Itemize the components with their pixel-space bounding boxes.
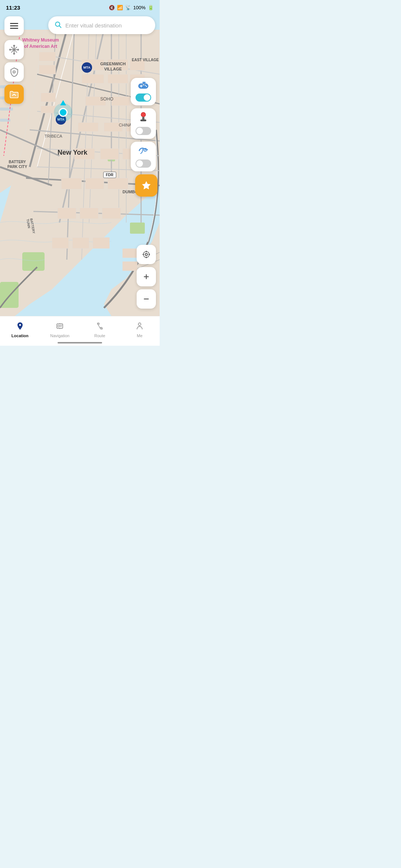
nav-route[interactable]: Route: [80, 322, 120, 341]
search-placeholder: Enter vitual destination: [65, 22, 149, 29]
svg-point-78: [13, 53, 14, 54]
gamepad-icon: [138, 82, 149, 91]
skate-panel[interactable]: [131, 142, 156, 171]
svg-rect-37: [108, 59, 128, 70]
mute-icon: 🔇: [109, 5, 115, 10]
zoom-out-button[interactable]: [137, 289, 156, 309]
joystick-toggle[interactable]: [136, 127, 151, 135]
svg-rect-54: [58, 208, 76, 219]
svg-rect-70: [10, 23, 18, 24]
svg-rect-72: [10, 28, 18, 29]
location-nav-icon: [16, 322, 25, 332]
location-dot: [54, 103, 72, 122]
wifi-icon: 📶: [117, 5, 123, 10]
status-icons: 🔇 📶 📡 100% 🔋: [109, 5, 154, 10]
toggle-knob-1: [144, 94, 150, 101]
svg-point-101: [19, 324, 21, 326]
svg-point-86: [145, 85, 146, 86]
battery-icon: 🔋: [148, 5, 154, 10]
svg-point-82: [14, 72, 14, 72]
zoom-in-icon: [142, 273, 150, 281]
locate-icon: [142, 250, 151, 259]
svg-point-96: [145, 253, 147, 256]
svg-point-79: [10, 49, 11, 50]
svg-rect-43: [111, 96, 130, 106]
svg-rect-60: [123, 249, 137, 258]
me-nav-icon: [135, 322, 144, 332]
svg-point-90: [144, 82, 146, 83]
skate-toggle[interactable]: [136, 160, 151, 168]
locate-button[interactable]: [137, 245, 156, 264]
svg-point-87: [146, 86, 147, 87]
compass-button[interactable]: [4, 62, 24, 82]
svg-rect-57: [52, 237, 69, 249]
location-outer: [54, 103, 72, 122]
toggle-knob-3: [136, 160, 143, 167]
nav-navigation[interactable]: Navigation: [40, 322, 80, 341]
svg-rect-48: [74, 148, 95, 160]
svg-rect-58: [72, 237, 89, 249]
gamepad-panel[interactable]: [131, 78, 156, 105]
mta-badge-1: MTA: [82, 62, 92, 73]
navigation-nav-icon: [55, 322, 64, 332]
svg-rect-39: [108, 74, 128, 83]
navigation-icon: [55, 322, 64, 331]
map-controls: [137, 245, 156, 309]
svg-rect-5: [22, 252, 45, 271]
signal-icon: 📡: [125, 5, 131, 10]
svg-point-91: [141, 112, 146, 117]
search-bar[interactable]: Enter vitual destination: [48, 16, 155, 34]
navigation-nav-label: Navigation: [50, 333, 69, 338]
svg-point-97: [143, 251, 149, 257]
svg-rect-59: [93, 237, 110, 249]
svg-rect-55: [80, 208, 98, 219]
skate-icon: [138, 145, 149, 157]
nav-me[interactable]: Me: [120, 322, 160, 341]
me-nav-label: Me: [137, 333, 143, 338]
route-nav-icon: [95, 322, 104, 332]
joystick-panel[interactable]: [131, 108, 156, 139]
location-inner: [59, 108, 68, 117]
svg-rect-66: [41, 106, 56, 113]
left-side-buttons: [4, 40, 24, 104]
folder-button[interactable]: [4, 85, 24, 104]
svg-point-110: [138, 323, 141, 325]
bottom-nav: Location Navigation: [0, 316, 160, 346]
nav-location[interactable]: Location: [0, 322, 40, 341]
search-icon: [54, 21, 62, 30]
svg-rect-62: [123, 262, 137, 271]
svg-point-103: [58, 325, 60, 327]
route-icon: [95, 322, 104, 331]
hamburger-icon: [10, 23, 18, 29]
svg-rect-64: [39, 65, 56, 74]
svg-point-77: [13, 45, 14, 46]
svg-rect-56: [102, 208, 121, 219]
snowflake-button[interactable]: [4, 40, 24, 59]
star-icon: [141, 180, 151, 191]
svg-rect-65: [41, 93, 56, 102]
battery-text: 100%: [133, 5, 146, 10]
gamepad-toggle[interactable]: [136, 93, 151, 102]
svg-rect-52: [85, 178, 104, 189]
location-nav-label: Location: [12, 333, 29, 338]
svg-rect-45: [78, 122, 98, 132]
svg-rect-49: [100, 148, 119, 160]
svg-rect-42: [85, 96, 106, 106]
svg-rect-63: [39, 52, 56, 61]
star-button[interactable]: [135, 174, 157, 197]
star-container: [131, 174, 156, 197]
menu-button[interactable]: [4, 16, 24, 36]
svg-rect-53: [108, 178, 128, 189]
svg-point-80: [17, 49, 19, 50]
shield-icon: [9, 67, 19, 77]
svg-rect-93: [140, 119, 146, 121]
svg-rect-38: [82, 74, 104, 83]
right-side-panels: [131, 78, 156, 197]
route-nav-label: Route: [94, 333, 105, 338]
whitney-label: Whitney Museumof American Art: [22, 37, 59, 50]
svg-rect-71: [10, 26, 18, 27]
svg-rect-40: [130, 59, 145, 70]
zoom-in-button[interactable]: [137, 267, 156, 286]
snowflake-icon: [9, 45, 19, 55]
status-time: 11:23: [6, 4, 20, 11]
